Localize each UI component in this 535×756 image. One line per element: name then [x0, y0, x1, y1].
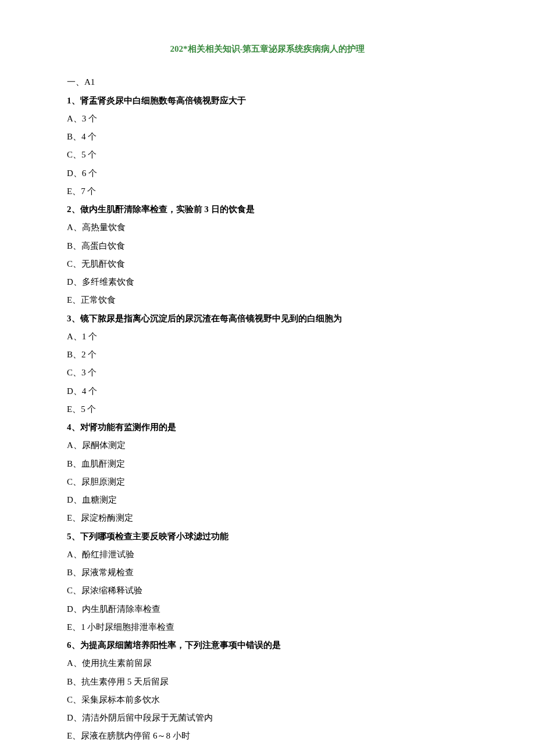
option-c: C、采集尿标本前多饮水 [67, 691, 468, 708]
option-b: B、4 个 [67, 128, 468, 145]
question-block-4: 4、对肾功能有监测作用的是 A、尿酮体测定 B、血肌酐测定 C、尿胆原测定 D、… [67, 419, 468, 527]
option-c: C、5 个 [67, 146, 468, 163]
option-d: D、6 个 [67, 165, 468, 182]
option-b: B、高蛋白饮食 [67, 238, 468, 255]
option-a: A、酚红排泄试验 [67, 546, 468, 563]
section-header: 一、A1 [67, 74, 468, 91]
option-c: C、3 个 [67, 364, 468, 381]
question-stem: 2、做内生肌酐清除率检查，实验前 3 日的饮食是 [67, 201, 468, 218]
option-e: E、正常饮食 [67, 292, 468, 309]
question-block-6: 6、为提高尿细菌培养阳性率，下列注意事项中错误的是 A、使用抗生素前留尿 B、抗… [67, 637, 468, 745]
question-stem: 4、对肾功能有监测作用的是 [67, 419, 468, 436]
option-d: D、血糖测定 [67, 492, 468, 508]
question-stem: 6、为提高尿细菌培养阳性率，下列注意事项中错误的是 [67, 637, 468, 654]
option-c: C、无肌酐饮食 [67, 256, 468, 273]
question-stem: 3、镜下脓尿是指离心沉淀后的尿沉渣在每高倍镜视野中见到的白细胞为 [67, 310, 468, 327]
option-d: D、清洁外阴后留中段尿于无菌试管内 [67, 710, 468, 726]
option-d: D、内生肌酐清除率检查 [67, 601, 468, 618]
option-e: E、5 个 [67, 401, 468, 418]
option-e: E、1 小时尿细胞排泄率检查 [67, 619, 468, 636]
option-a: A、1 个 [67, 328, 468, 345]
document-title: 202*相关相关知识-第五章泌尿系统疾病病人的护理 [67, 41, 468, 58]
option-c: C、尿浓缩稀释试验 [67, 582, 468, 599]
option-a: A、3 个 [67, 110, 468, 127]
option-e: E、尿液在膀胱内停留 6～8 小时 [67, 728, 468, 744]
option-b: B、抗生素停用 5 天后留尿 [67, 673, 468, 690]
option-b: B、2 个 [67, 346, 468, 363]
option-c: C、尿胆原测定 [67, 474, 468, 490]
option-d: D、多纤维素饮食 [67, 274, 468, 291]
option-b: B、血肌酐测定 [67, 456, 468, 472]
option-e: E、尿淀粉酶测定 [67, 510, 468, 526]
question-block-2: 2、做内生肌酐清除率检查，实验前 3 日的饮食是 A、高热量饮食 B、高蛋白饮食… [67, 201, 468, 309]
question-stem: 5、下列哪项检查主要反映肾小球滤过功能 [67, 528, 468, 545]
option-a: A、尿酮体测定 [67, 437, 468, 454]
question-block-1: 1、肾盂肾炎尿中白细胞数每高倍镜视野应大于 A、3 个 B、4 个 C、5 个 … [67, 92, 468, 200]
question-block-3: 3、镜下脓尿是指离心沉淀后的尿沉渣在每高倍镜视野中见到的白细胞为 A、1 个 B… [67, 310, 468, 418]
question-stem: 1、肾盂肾炎尿中白细胞数每高倍镜视野应大于 [67, 92, 468, 109]
question-block-5: 5、下列哪项检查主要反映肾小球滤过功能 A、酚红排泄试验 B、尿液常规检查 C、… [67, 528, 468, 636]
option-b: B、尿液常规检查 [67, 564, 468, 581]
option-a: A、使用抗生素前留尿 [67, 655, 468, 672]
option-a: A、高热量饮食 [67, 219, 468, 236]
option-e: E、7 个 [67, 183, 468, 200]
option-d: D、4 个 [67, 383, 468, 400]
